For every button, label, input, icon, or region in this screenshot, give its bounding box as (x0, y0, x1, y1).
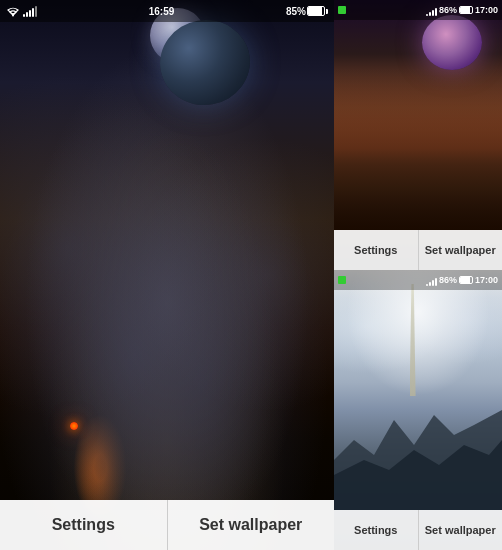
signal-bars-left (23, 5, 37, 17)
right-panel: 86% 17:00 Settings Set wallpaper (334, 0, 502, 550)
right-top-status-right: 86% 17:00 (426, 4, 498, 16)
right-bottom-status-icon (338, 276, 346, 284)
signal-bar-5 (35, 6, 37, 17)
left-settings-button[interactable]: Settings (0, 500, 168, 550)
mountain-silhouette (334, 370, 502, 510)
rb-signal-1 (426, 284, 428, 286)
left-battery-tip (326, 9, 328, 14)
right-top-battery-text: 86% (439, 5, 457, 15)
right-top-wallpaper: 86% 17:00 Settings Set wallpaper (334, 0, 502, 270)
status-bar-left: 16:59 85% (0, 0, 334, 22)
rb-signal-2 (429, 282, 431, 286)
rt-signal-4 (435, 8, 437, 16)
right-bottom-signal (426, 274, 437, 286)
rb-signal-4 (435, 278, 437, 286)
left-set-wallpaper-button[interactable]: Set wallpaper (168, 500, 335, 550)
right-top-battery-body (459, 6, 473, 14)
fire-spot (70, 422, 78, 430)
right-bottom-battery-fill (460, 277, 470, 283)
rt-signal-1 (426, 14, 428, 16)
right-bottom-set-wallpaper-button[interactable]: Set wallpaper (419, 510, 503, 550)
left-battery-body (307, 6, 325, 16)
rt-signal-3 (432, 10, 434, 16)
left-battery-text: 85% (286, 6, 306, 17)
right-bottom-wallpaper: 86% 17:00 Settings Set wallpaper (334, 270, 502, 550)
rt-signal-2 (429, 12, 431, 16)
right-bottom-time: 17:00 (475, 275, 498, 285)
right-top-signal (426, 4, 437, 16)
wifi-icon (6, 6, 20, 17)
right-bottom-status-bar: 86% 17:00 (334, 270, 502, 290)
right-top-bottom-buttons: Settings Set wallpaper (334, 230, 502, 270)
right-bottom-settings-button[interactable]: Settings (334, 510, 419, 550)
right-top-planet (422, 15, 482, 70)
right-top-set-wallpaper-button[interactable]: Set wallpaper (419, 230, 503, 270)
left-battery-fill (308, 7, 322, 15)
left-status-icons (6, 5, 37, 17)
signal-bar-1 (23, 14, 25, 17)
rb-signal-3 (432, 280, 434, 286)
left-bottom-buttons: Settings Set wallpaper (0, 500, 334, 550)
right-top-status-bar: 86% 17:00 (334, 0, 502, 20)
right-top-time: 17:00 (475, 5, 498, 15)
right-top-status-icon (338, 6, 346, 14)
signal-bar-2 (26, 12, 28, 17)
svg-point-0 (12, 14, 14, 16)
right-bottom-battery-body (459, 276, 473, 284)
left-wallpaper-panel: 16:59 85% Settings Set wallpaper (0, 0, 334, 550)
right-top-settings-button[interactable]: Settings (334, 230, 419, 270)
right-top-battery-fill (460, 7, 470, 13)
left-battery: 85% (286, 6, 328, 17)
left-time: 16:59 (149, 6, 175, 17)
right-bottom-battery-text: 86% (439, 275, 457, 285)
right-top-mountains (334, 68, 502, 230)
signal-bar-4 (32, 8, 34, 17)
right-bottom-bottom-buttons: Settings Set wallpaper (334, 510, 502, 550)
signal-bar-3 (29, 10, 31, 17)
right-bottom-status-right: 86% 17:00 (426, 274, 498, 286)
